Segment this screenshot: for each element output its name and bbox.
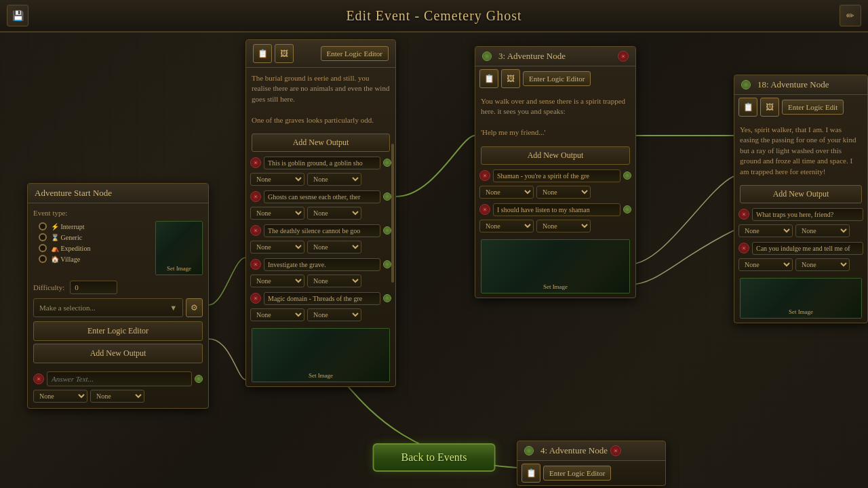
node2-add-output-btn[interactable]: Add New Output bbox=[481, 146, 630, 165]
label-generic: ⌛ Generic bbox=[51, 234, 82, 241]
back-to-events-button[interactable]: Back to Events bbox=[373, 443, 496, 472]
event-type-village[interactable]: 🏠 Village bbox=[33, 253, 150, 264]
node2-image[interactable]: Set Image bbox=[481, 239, 630, 293]
node1-image[interactable]: Set Image bbox=[252, 328, 390, 382]
answer-connector-dot bbox=[195, 375, 203, 383]
output-1-dot bbox=[383, 159, 391, 167]
event-type-label: Event type: bbox=[33, 207, 203, 218]
node3-output-1-close[interactable]: × bbox=[738, 209, 749, 220]
pencil-icon[interactable]: ✏ bbox=[840, 5, 861, 26]
output-4-select-2[interactable]: None bbox=[307, 274, 361, 287]
output-3-select-2[interactable]: None bbox=[307, 241, 361, 253]
output-5-close[interactable]: × bbox=[250, 293, 261, 304]
node3-output-1-input[interactable] bbox=[752, 208, 863, 221]
output-5-select-2[interactable]: None bbox=[307, 308, 361, 321]
label-village: 🏠 Village bbox=[51, 256, 80, 263]
difficulty-input[interactable] bbox=[70, 281, 117, 294]
node3-output-2-close[interactable]: × bbox=[738, 243, 749, 253]
node4-panel: 4: Adventure Node × 📋 Enter Logic Editor bbox=[517, 441, 666, 486]
node4-header-left: 4: Adventure Node × bbox=[524, 445, 621, 456]
node1-add-output-btn[interactable]: Add New Output bbox=[252, 134, 390, 152]
node1-logic-editor-btn[interactable]: Enter Logic Editor bbox=[321, 46, 389, 61]
node2-output-row-1: × bbox=[475, 167, 635, 184]
make-selection-button[interactable]: Make a selection... ▼ bbox=[33, 298, 183, 317]
output-row-3: × bbox=[246, 222, 395, 239]
node3-image[interactable]: Set Image bbox=[740, 278, 862, 319]
node2-output-2-select-1[interactable]: None bbox=[479, 220, 534, 232]
output-2-select-1[interactable]: None bbox=[250, 207, 304, 220]
node3-text: Yes, spirit walker, that I am. I was eas… bbox=[734, 119, 867, 182]
output-2-select-2[interactable]: None bbox=[307, 207, 361, 220]
set-image-label: Set Image bbox=[167, 265, 191, 272]
node2-set-image-label: Set Image bbox=[543, 283, 568, 290]
settings-icon[interactable]: ⚙ bbox=[186, 298, 203, 317]
node2-copy-icon[interactable]: 📋 bbox=[479, 69, 498, 88]
save-icon[interactable]: 💾 bbox=[7, 5, 28, 26]
node2-text: You walk over and sense there is a spiri… bbox=[475, 91, 635, 144]
node3-image-icon[interactable]: 🖼 bbox=[760, 98, 779, 117]
node4-close[interactable]: × bbox=[610, 445, 621, 456]
node3-output-2-input[interactable] bbox=[752, 242, 863, 255]
add-new-output-start[interactable]: Add New Output bbox=[33, 344, 203, 363]
node3-output-1-select-1[interactable]: None bbox=[738, 224, 793, 237]
node3-add-output-btn[interactable]: Add New Output bbox=[740, 185, 862, 203]
node4-logic-editor-btn[interactable]: Enter Logic Editor bbox=[543, 466, 611, 481]
node1-image-icon[interactable]: 🖼 bbox=[275, 44, 294, 63]
output-1-select-1[interactable]: None bbox=[250, 173, 304, 186]
output-2-close[interactable]: × bbox=[250, 191, 261, 202]
event-type-expedition[interactable]: ⛺ Expedition bbox=[33, 243, 150, 253]
node2-logic-editor-btn[interactable]: Enter Logic Editor bbox=[523, 71, 591, 86]
label-interrupt: ⚡ Interrupt bbox=[51, 223, 85, 230]
node2-output-2-input[interactable] bbox=[493, 203, 620, 216]
event-type-generic[interactable]: ⌛ Generic bbox=[33, 232, 150, 243]
output-2-dropdowns: None None bbox=[246, 205, 395, 222]
output-2-input[interactable] bbox=[264, 190, 380, 203]
node4-dot bbox=[524, 446, 534, 455]
node3-output-2-select-1[interactable]: None bbox=[738, 258, 793, 271]
node2-close[interactable]: × bbox=[618, 51, 629, 62]
output-1-select-2[interactable]: None bbox=[307, 173, 361, 186]
node3-logic-editor-btn[interactable]: Enter Logic Edit bbox=[782, 100, 844, 115]
difficulty-label: Difficulty: bbox=[33, 283, 64, 291]
node3-copy-icon[interactable]: 📋 bbox=[738, 98, 757, 117]
output-1-close[interactable]: × bbox=[250, 157, 261, 168]
answer-text-input[interactable] bbox=[47, 371, 192, 386]
answer-close-btn[interactable]: × bbox=[33, 373, 44, 384]
node2-output-1-select-2[interactable]: None bbox=[536, 186, 591, 199]
radio-interrupt bbox=[39, 222, 47, 230]
output-3-close[interactable]: × bbox=[250, 225, 261, 236]
output-5-select-1[interactable]: None bbox=[250, 308, 304, 321]
answer-select-2[interactable]: None bbox=[90, 390, 144, 403]
node2-output-2-close[interactable]: × bbox=[479, 204, 490, 215]
node2-dot bbox=[482, 52, 492, 61]
node3-output-2-select-2[interactable]: None bbox=[795, 258, 850, 271]
output-3-input[interactable] bbox=[264, 224, 380, 237]
node2-image-icon[interactable]: 🖼 bbox=[501, 69, 520, 88]
output-4-select-1[interactable]: None bbox=[250, 274, 304, 287]
chevron-down-icon: ▼ bbox=[170, 304, 177, 312]
answer-select-1[interactable]: None bbox=[33, 390, 87, 403]
output-4-close[interactable]: × bbox=[250, 259, 261, 270]
node4-icon1[interactable]: 📋 bbox=[521, 464, 540, 483]
output-3-dropdowns: None None bbox=[246, 239, 395, 256]
node2-output-1-close[interactable]: × bbox=[479, 170, 490, 181]
output-4-input[interactable] bbox=[264, 258, 380, 271]
output-4-dropdowns: None None bbox=[246, 273, 395, 290]
output-5-input[interactable] bbox=[264, 292, 380, 305]
output-1-dropdowns: None None bbox=[246, 171, 395, 188]
node2-output-1-dropdowns: None None bbox=[475, 184, 635, 201]
event-type-interrupt[interactable]: ⚡ Interrupt bbox=[33, 221, 150, 232]
start-node-image[interactable]: Set Image bbox=[155, 221, 203, 275]
enter-logic-editor-start[interactable]: Enter Logic Editor bbox=[33, 321, 203, 341]
output-1-input[interactable] bbox=[264, 157, 380, 169]
output-row-5: × bbox=[246, 290, 395, 307]
node2-output-1-input[interactable] bbox=[493, 169, 620, 182]
node2-output-1-select-1[interactable]: None bbox=[479, 186, 534, 199]
node2-output-2-select-2[interactable]: None bbox=[536, 220, 591, 232]
node3-dot bbox=[741, 80, 751, 89]
output-3-select-1[interactable]: None bbox=[250, 241, 304, 253]
node3-output-1-select-2[interactable]: None bbox=[795, 224, 850, 237]
output-5-dot bbox=[383, 294, 391, 302]
node3-output-row-2: × bbox=[734, 240, 867, 257]
node1-copy-icon[interactable]: 📋 bbox=[253, 44, 272, 63]
